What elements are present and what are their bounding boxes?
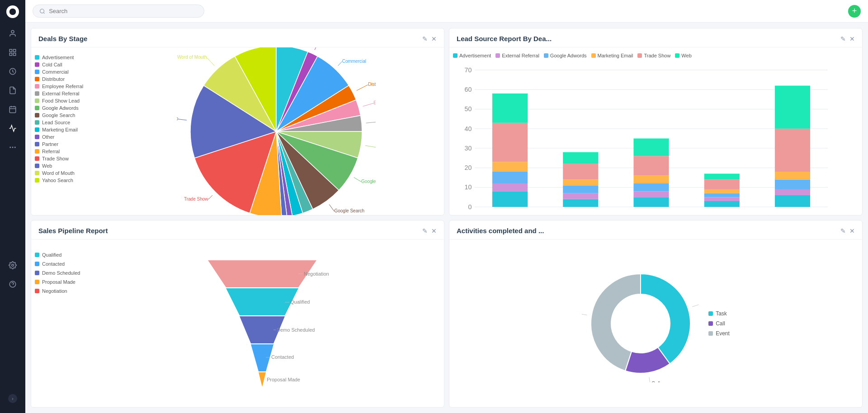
sidebar-item-dashboard[interactable] — [5, 44, 21, 61]
legend-web: Web — [35, 163, 112, 169]
funnel-label-proposal: Proposal Made — [267, 377, 300, 382]
svg-line-35 — [329, 204, 334, 211]
donut-chart-svg: TaskCallEvent — [582, 265, 699, 382]
funnel-contacted — [251, 344, 274, 371]
legend-advertisement: Advertisement — [35, 55, 112, 60]
svg-rect-69 — [492, 172, 528, 183]
main-content: + Deals By Stage ✎ ✕ Advertisement Cold … — [25, 0, 868, 413]
activities-edit-btn[interactable]: ✎ — [840, 227, 846, 235]
svg-rect-83 — [633, 183, 669, 191]
funnel-label-negotiation: Negotiation — [304, 271, 329, 277]
svg-rect-88 — [704, 201, 740, 207]
svg-line-33 — [354, 177, 361, 182]
svg-rect-74 — [563, 199, 598, 207]
deals-edit-btn[interactable]: ✎ — [422, 35, 428, 42]
activities-card: Activities completed and ... ✎ ✕ TaskCal… — [449, 220, 863, 408]
svg-rect-68 — [492, 183, 528, 191]
legend-lead-source: Lead Source — [35, 120, 112, 125]
bar-chart-container: Advertisement External Referral Google A… — [449, 47, 862, 215]
deals-card-body: Advertisement Cold Call Commercial Distr… — [31, 47, 444, 215]
add-button[interactable]: + — [848, 5, 861, 18]
svg-rect-84 — [633, 176, 669, 183]
svg-rect-97 — [775, 179, 810, 189]
svg-point-1 — [11, 30, 14, 33]
svg-rect-92 — [704, 179, 740, 189]
sidebar-item-reports[interactable] — [5, 82, 21, 99]
legend-partner: Partner — [35, 141, 112, 147]
svg-rect-98 — [775, 172, 810, 179]
pie-container: Advertisement Cold Call Commercial Distr… — [31, 47, 444, 215]
svg-point-17 — [40, 9, 44, 13]
topbar-right: + — [848, 5, 861, 18]
deals-by-stage-card: Deals By Stage ✎ ✕ Advertisement Cold Ca… — [31, 28, 444, 216]
bar-chart-svg: 010203040506070QualifiedContactedDemo Sc… — [453, 62, 857, 215]
sidebar: › — [0, 0, 25, 413]
svg-rect-82 — [633, 191, 669, 197]
svg-point-13 — [14, 147, 16, 148]
svg-rect-91 — [704, 189, 740, 193]
funnel-label-qualified: Qualified — [290, 299, 310, 305]
svg-line-47 — [207, 57, 214, 66]
svg-text:Word of Mouth: Word of Mouth — [177, 55, 207, 60]
svg-text:10: 10 — [464, 183, 472, 191]
legend-commercial: Commercial — [35, 69, 112, 75]
pie-chart-svg: AdvertisementCold CallCommercialDistribu… — [177, 47, 376, 215]
svg-rect-89 — [704, 197, 740, 201]
svg-rect-76 — [563, 185, 598, 193]
svg-line-21 — [314, 47, 319, 50]
lead-source-body: Advertisement External Referral Google A… — [449, 47, 862, 215]
pipeline-close-btn[interactable]: ✕ — [431, 227, 437, 235]
legend-cold-call: Cold Call — [35, 62, 112, 67]
svg-text:Trade Show: Trade Show — [184, 197, 208, 202]
search-box[interactable] — [33, 5, 204, 18]
svg-text:60: 60 — [464, 86, 472, 93]
sidebar-item-analytics[interactable] — [5, 120, 21, 136]
legend-marketing-email: Marketing Email — [35, 127, 112, 132]
svg-rect-81 — [633, 197, 669, 207]
svg-line-45 — [178, 119, 187, 120]
sidebar-item-contacts[interactable] — [5, 25, 21, 42]
svg-rect-78 — [563, 164, 598, 180]
svg-rect-99 — [775, 129, 810, 172]
svg-line-23 — [338, 61, 342, 66]
funnel-svg-area: Negotiation Qualified Demo Scheduled Con… — [84, 243, 440, 404]
svg-rect-71 — [492, 123, 528, 162]
svg-text:Call: Call — [651, 380, 660, 382]
legend-referral: Referral — [35, 149, 112, 154]
pipeline-header: Sales Pipeline Report ✎ ✕ — [31, 221, 444, 239]
svg-rect-4 — [9, 53, 12, 56]
svg-rect-95 — [775, 195, 810, 207]
svg-line-43 — [208, 195, 212, 199]
deals-card-actions: ✎ ✕ — [422, 35, 437, 42]
sidebar-item-calendar[interactable] — [5, 101, 21, 117]
svg-rect-100 — [775, 86, 810, 129]
logo[interactable] — [6, 5, 19, 18]
sidebar-item-settings[interactable] — [5, 257, 21, 273]
sidebar-item-help[interactable] — [5, 276, 21, 292]
funnel-container: Qualified Contacted Demo Scheduled Propo… — [31, 239, 444, 407]
search-input[interactable] — [49, 8, 198, 14]
legend-yahoo-search: Yahoo Search — [35, 178, 112, 183]
sidebar-collapse-btn[interactable]: › — [8, 394, 17, 403]
deals-close-btn[interactable]: ✕ — [431, 35, 437, 42]
svg-rect-2 — [9, 49, 12, 52]
svg-text:20: 20 — [464, 164, 472, 171]
activities-close-btn[interactable]: ✕ — [849, 227, 855, 235]
svg-text:40: 40 — [464, 125, 472, 132]
sidebar-item-deals[interactable] — [5, 63, 21, 80]
svg-rect-77 — [563, 179, 598, 185]
svg-text:Distributor: Distributor — [368, 82, 376, 87]
svg-text:Google Adwords: Google Adwords — [361, 178, 376, 183]
funnel-label-contacted: Contacted — [271, 354, 294, 360]
pipeline-edit-btn[interactable]: ✎ — [422, 227, 428, 235]
funnel-label-demo: Demo Scheduled — [277, 327, 315, 333]
legend-other: Other — [35, 134, 112, 140]
sidebar-item-more[interactable] — [5, 139, 21, 155]
lead-source-title: Lead Source Report By Dea... — [457, 35, 552, 42]
svg-point-0 — [9, 8, 16, 15]
legend-food-show-lead: Food Show Lead — [35, 98, 112, 103]
lead-source-edit-btn[interactable]: ✎ — [840, 35, 846, 42]
lead-source-close-btn[interactable]: ✕ — [849, 35, 855, 42]
svg-rect-93 — [704, 174, 740, 179]
sales-pipeline-card: Sales Pipeline Report ✎ ✕ Qualified Cont… — [31, 220, 444, 408]
